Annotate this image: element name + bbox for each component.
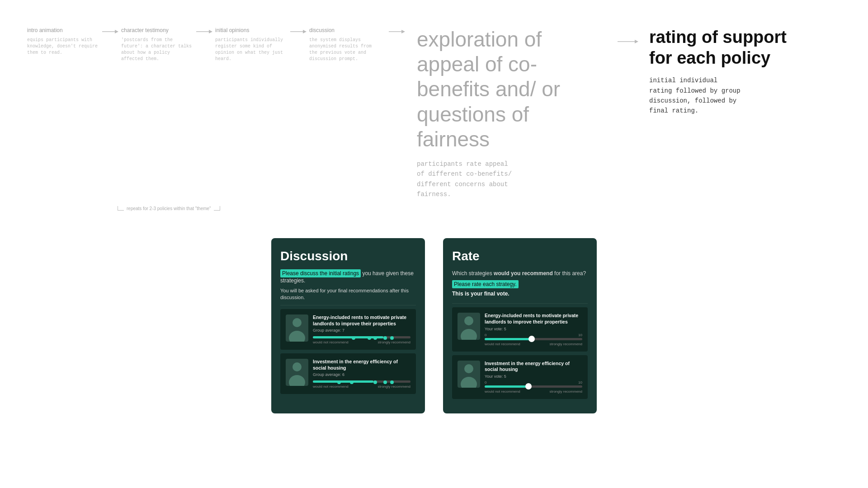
rate-highlight: Please rate each strategy. (452, 280, 519, 288)
rate-vote-2: Your vote: 5 (485, 374, 582, 379)
rate-final-vote: This is your final vote. (452, 291, 588, 297)
rate-slider-fill-1 (485, 338, 532, 340)
svg-marker-7 (401, 30, 405, 33)
policy-info-1: Energy-included rents to motivate privat… (313, 314, 410, 344)
svg-marker-9 (635, 40, 638, 43)
svg-point-14 (464, 316, 473, 325)
svg-point-10 (292, 318, 302, 327)
rating-block: rating of support for each policy initia… (649, 27, 803, 116)
dot-2-4 (383, 380, 387, 384)
rate-question-rest: for this area? (553, 270, 586, 277)
rate-question-bold: would you recommend (494, 270, 553, 277)
slider-labels-2: would not recommend strongly recommend (313, 385, 410, 389)
policy-avatar-1 (286, 314, 308, 342)
dot-2-5 (390, 380, 394, 384)
policy-name-1: Energy-included rents to motivate privat… (313, 314, 410, 327)
rate-slider-container-2[interactable] (485, 385, 582, 388)
dot-1-1 (352, 336, 355, 340)
slider-fill-2 (313, 380, 373, 383)
dot-1-2 (368, 336, 371, 340)
step-title-intro: intro animation (27, 27, 99, 33)
rate-card: Rate Which strategies would you recommen… (443, 238, 597, 413)
rate-slider-thumb-1[interactable] (528, 336, 535, 342)
discussion-card-title: Discussion (280, 249, 416, 263)
step-title-character: character testimony (121, 27, 193, 33)
label-right-1: strongly recommend (378, 340, 410, 344)
rate-avatar-2 (458, 361, 480, 388)
dot-2-3 (373, 380, 377, 384)
arrow-1 (102, 27, 118, 35)
step-title-opinions: initial opinions (215, 27, 288, 33)
svg-marker-5 (303, 30, 307, 33)
policy-avg-2: Group average: 6 (313, 372, 410, 377)
range-max-1: 10 (578, 333, 582, 337)
flow-step-discussion: discussion the system displays anonymise… (309, 27, 382, 62)
svg-marker-3 (209, 30, 212, 33)
rate-policy-1: Energy-included rents to motivate privat… (452, 307, 588, 351)
slider-labels-1: would not recommend strongly recommend (313, 340, 410, 344)
arrow-5 (618, 27, 638, 45)
svg-point-11 (289, 331, 305, 342)
rating-title: rating of support for each policy (649, 27, 803, 68)
rate-avatar-1 (458, 313, 480, 340)
rate-slider-fill-2 (485, 385, 528, 388)
cards-section: Discussion Please discuss the initial ra… (0, 220, 868, 432)
range-max-2: 10 (578, 380, 582, 385)
dot-1-4 (383, 336, 387, 340)
repeats-label: repeats for 2-3 policies within that "th… (124, 206, 214, 211)
rate-label-left-1: would not recommend (485, 342, 520, 346)
rate-slider-container-1[interactable] (485, 338, 582, 340)
svg-point-16 (464, 364, 473, 373)
top-section: intro animation equips participants with… (0, 0, 868, 211)
policy-avg-1: Group average: 7 (313, 328, 410, 333)
slider-fill-1 (313, 336, 383, 338)
flow-row: intro animation equips participants with… (27, 27, 841, 200)
slider-track-1 (313, 336, 410, 338)
rate-range-labels-2: 0 10 (485, 380, 582, 385)
discussion-sub: You will be asked for your final recomme… (280, 287, 416, 301)
rate-slider-track-2 (485, 385, 582, 388)
discussion-divider (280, 305, 416, 305)
slider-container-1 (313, 336, 410, 338)
rate-slider-thumb-2[interactable] (525, 383, 532, 389)
svg-point-12 (292, 362, 302, 371)
dot-2-1 (337, 380, 341, 384)
flow-step-character: character testimony 'postcards from the … (121, 27, 193, 62)
rate-label-right-1: strongly recommend (550, 342, 582, 346)
policy-name-2: Investment in the energy efficiency of s… (313, 359, 410, 371)
dot-2-2 (350, 380, 354, 384)
range-min-2: 0 (485, 380, 486, 385)
flow-step-intro: intro animation equips participants with… (27, 27, 99, 56)
arrow-2 (196, 27, 212, 35)
step-desc-intro: equips participants with knowledge, does… (27, 37, 99, 56)
svg-point-13 (289, 375, 305, 386)
svg-point-15 (461, 329, 477, 340)
rate-label-right-2: strongly recommend (550, 389, 582, 394)
step-title-discussion: discussion (309, 27, 382, 33)
rate-question: Which strategies would you recommend for… (452, 270, 588, 277)
discussion-highlight: Please discuss the initial ratings (280, 269, 361, 277)
arrow-3 (290, 27, 307, 35)
rate-slider-labels-2: would not recommend strongly recommend (485, 389, 582, 394)
rate-name-2: Investment in the energy efficiency of s… (485, 361, 582, 373)
discussion-card: Discussion Please discuss the initial ra… (271, 238, 425, 413)
discussion-intro: Please discuss the initial ratings you h… (280, 270, 416, 285)
exploration-block: exploration of appeal of co-benefits and… (417, 27, 607, 200)
rate-label-left-2: would not recommend (485, 389, 520, 394)
rate-policy-2: Investment in the energy efficiency of s… (452, 355, 588, 399)
rate-info-1: Energy-included rents to motivate privat… (485, 313, 582, 346)
label-left-1: would not recommend (313, 340, 349, 344)
step-desc-discussion: the system displays anonymised results f… (309, 37, 382, 62)
label-left-2: would not recommend (313, 385, 349, 389)
discussion-policy-2: Investment in the energy efficiency of s… (280, 353, 416, 394)
exploration-desc: participants rate appeal of different co… (417, 159, 607, 200)
range-min-1: 0 (485, 333, 486, 337)
svg-point-17 (461, 377, 477, 388)
dot-1-3 (373, 336, 377, 340)
rating-desc: initial individual rating followed by gr… (649, 75, 803, 116)
dot-1-5 (390, 336, 394, 340)
rate-name-1: Energy-included rents to motivate privat… (485, 313, 582, 325)
exploration-title: exploration of appeal of co-benefits and… (417, 27, 607, 152)
policy-info-2: Investment in the energy efficiency of s… (313, 359, 410, 389)
rate-vote-1: Your vote: 5 (485, 327, 582, 331)
